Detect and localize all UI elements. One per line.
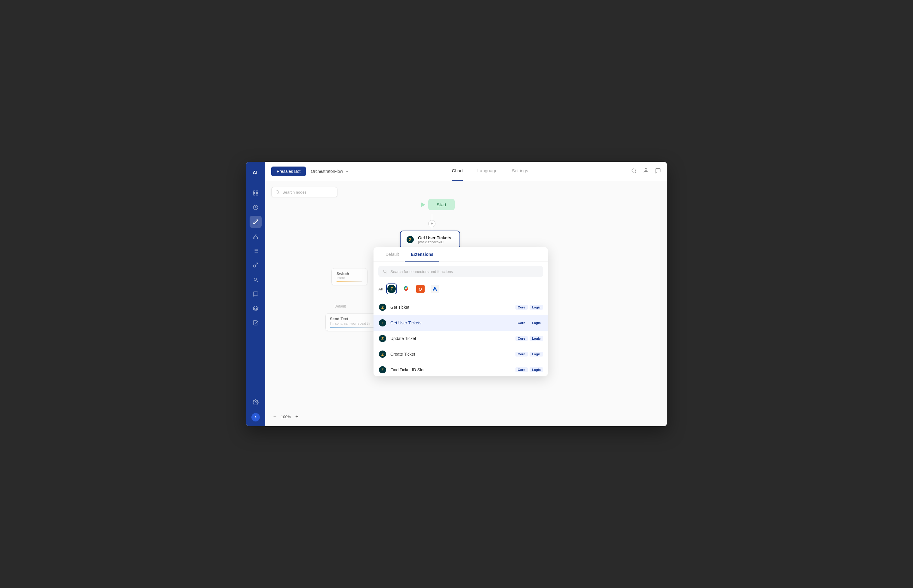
switch-label: Switch: [336, 271, 362, 276]
svg-line-21: [257, 281, 258, 282]
sidebar-item-tool[interactable]: [250, 273, 262, 286]
find-ticket-icon: Z: [378, 365, 387, 374]
svg-point-17: [254, 265, 256, 267]
flow-name-label: OrchestratorFlow: [311, 169, 343, 174]
svg-point-27: [276, 191, 279, 193]
svg-point-6: [255, 234, 256, 235]
create-ticket-tag-logic: Logic: [530, 352, 543, 357]
app-container: AI: [246, 162, 667, 426]
sidebar: AI: [246, 162, 265, 426]
list-item-find-ticket-id-slot[interactable]: Z Find Ticket ID Slot Core Logic: [373, 362, 548, 376]
get-ticket-tag-logic: Logic: [530, 305, 543, 310]
extensions-popup: Default Extensions Search for connectors…: [373, 247, 548, 376]
flow-selector[interactable]: OrchestratorFlow: [311, 169, 349, 174]
sidebar-item-list[interactable]: [250, 245, 262, 257]
node-title: Get User Tickets: [418, 235, 451, 240]
search-nodes-input[interactable]: Search nodes: [271, 187, 338, 197]
switch-node[interactable]: Switch Intent: [331, 268, 367, 285]
flow-canvas[interactable]: Search nodes Start +: [265, 181, 667, 426]
svg-point-20: [254, 278, 257, 281]
svg-point-29: [383, 270, 386, 273]
list-item-get-ticket[interactable]: Z Get Ticket Core Logic: [373, 299, 548, 315]
bot-name-button[interactable]: Presales Bot: [271, 166, 306, 176]
search-button[interactable]: [631, 168, 637, 175]
ai-logo: AI: [250, 166, 262, 179]
sidebar-item-key[interactable]: [250, 259, 262, 271]
zoom-in-button[interactable]: +: [293, 413, 301, 420]
svg-rect-3: [254, 194, 255, 195]
zendesk-icon: Z: [406, 235, 415, 244]
sidebar-item-layers[interactable]: [250, 302, 262, 315]
search-placeholder: Search nodes: [283, 190, 307, 194]
add-node-button-1[interactable]: +: [428, 220, 435, 227]
sidebar-item-chat[interactable]: [250, 288, 262, 300]
connector-list: Z Get Ticket Core Logic Z Get User Ticke…: [373, 298, 548, 376]
svg-line-10: [255, 235, 257, 237]
list-item-create-ticket[interactable]: Z Create Ticket Core Logic: [373, 346, 548, 362]
popup-tab-default[interactable]: Default: [380, 247, 405, 262]
switch-sub: Intent: [336, 276, 362, 279]
sidebar-item-grid[interactable]: [250, 187, 262, 199]
svg-line-25: [635, 172, 636, 173]
popup-tab-extensions[interactable]: Extensions: [405, 247, 440, 262]
zoom-controls: − 100% +: [271, 413, 301, 420]
header-actions: [631, 168, 661, 175]
switch-bar: [336, 281, 362, 282]
tab-chart[interactable]: Chart: [452, 168, 463, 174]
svg-point-26: [645, 168, 647, 170]
sidebar-item-export[interactable]: [250, 317, 262, 329]
send-text-node-1[interactable]: Send Text I'm sorry, can you repeat th..…: [325, 313, 380, 331]
get-user-tickets-name: Get User Tickets: [390, 320, 514, 325]
node-subtitle: profile.zendeskID: [418, 240, 451, 244]
connector-search-input[interactable]: Search for connectors and functions: [378, 266, 543, 277]
svg-point-23: [255, 402, 257, 403]
search-icon: [275, 190, 280, 194]
header: Presales Bot OrchestratorFlow Chart Lang…: [265, 162, 667, 181]
zoom-out-button[interactable]: −: [271, 413, 278, 420]
send-text-1-preview: I'm sorry, can you repeat th...: [330, 321, 375, 325]
chat-button[interactable]: [655, 168, 661, 175]
tab-language[interactable]: Language: [477, 168, 498, 174]
header-tabs: Chart Language Settings: [349, 168, 631, 174]
start-node[interactable]: Start: [428, 199, 455, 210]
find-ticket-name: Find Ticket ID Slot: [390, 367, 514, 372]
popup-tabs: Default Extensions: [373, 247, 548, 262]
user-button[interactable]: [643, 168, 649, 175]
svg-rect-2: [256, 191, 258, 193]
sidebar-item-network[interactable]: [250, 230, 262, 242]
get-user-tickets-tag-logic: Logic: [530, 320, 543, 325]
zoom-level: 100%: [281, 415, 291, 419]
node-card-info: Get User Tickets profile.zendeskID: [418, 235, 451, 244]
start-arrow: [421, 202, 425, 207]
get-user-tickets-node[interactable]: Z Get User Tickets profile.zendeskID: [400, 231, 460, 249]
tab-settings[interactable]: Settings: [512, 168, 528, 174]
svg-line-30: [386, 272, 387, 273]
filter-zendesk[interactable]: Z: [386, 283, 397, 294]
svg-point-7: [254, 237, 254, 238]
popup-search-icon: [383, 269, 387, 274]
list-item-update-ticket[interactable]: Z Update Ticket Core Logic: [373, 331, 548, 346]
filter-google-maps[interactable]: [401, 283, 411, 294]
sidebar-item-history[interactable]: [250, 202, 262, 213]
sidebar-item-edit[interactable]: [250, 216, 262, 228]
sidebar-item-settings[interactable]: [250, 396, 262, 408]
send-text-1-bar: [330, 327, 375, 328]
filter-all[interactable]: All: [378, 287, 383, 291]
create-ticket-name: Create Ticket: [390, 352, 514, 357]
svg-line-28: [278, 193, 280, 194]
get-ticket-icon: Z: [378, 303, 387, 312]
update-ticket-tag-logic: Logic: [530, 336, 543, 341]
filter-orange[interactable]: O: [415, 283, 426, 294]
get-user-tickets-tag-core: Core: [515, 320, 528, 325]
svg-rect-4: [256, 194, 258, 195]
list-item-get-user-tickets[interactable]: Z Get User Tickets Core Logic: [373, 315, 548, 331]
svg-line-9: [254, 235, 255, 237]
connector-line-1: [432, 214, 432, 220]
svg-point-32: [406, 288, 407, 289]
create-ticket-icon: Z: [378, 350, 387, 358]
sidebar-toggle-button[interactable]: [251, 413, 260, 422]
filter-atlassian[interactable]: [430, 283, 440, 294]
main-content: Presales Bot OrchestratorFlow Chart Lang…: [265, 162, 667, 426]
get-ticket-name: Get Ticket: [390, 305, 514, 310]
svg-point-24: [632, 169, 635, 172]
